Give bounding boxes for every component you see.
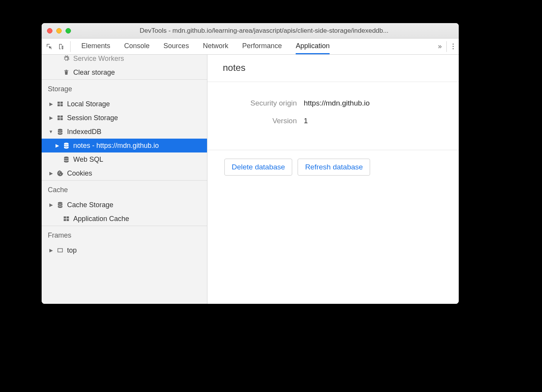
detail-label: Version — [219, 117, 304, 125]
sidebar-item-label: IndexedDB — [67, 128, 101, 136]
titlebar: DevTools - mdn.github.io/learning-area/j… — [42, 23, 459, 39]
chevron-right-icon: ▶ — [49, 101, 53, 107]
sidebar-item-service-workers[interactable]: ▶ Service Workers — [42, 55, 207, 65]
sidebar-group-cache: Cache — [42, 181, 207, 198]
detail-value: 1 — [304, 117, 308, 125]
sidebar-item-session-storage[interactable]: ▶ Session Storage — [42, 111, 207, 125]
sidebar-item-local-storage[interactable]: ▶ Local Storage — [42, 97, 207, 111]
frame-icon — [56, 246, 64, 254]
database-icon — [62, 142, 70, 149]
chevron-right-icon: ▶ — [55, 143, 59, 148]
sidebar-item-frame-top[interactable]: ▶ top — [42, 243, 207, 257]
detail-row-version: Version 1 — [219, 117, 447, 125]
grid-icon — [56, 114, 64, 122]
detail-label: Security origin — [219, 99, 304, 107]
chevron-right-icon: ▶ — [49, 115, 53, 121]
devtools-window: DevTools - mdn.github.io/learning-area/j… — [42, 23, 459, 304]
panel-body: ▶ Service Workers ▶ Clear storage Storag… — [42, 55, 459, 304]
inspect-icon[interactable] — [45, 43, 53, 50]
traffic-lights — [47, 28, 71, 34]
tab-performance[interactable]: Performance — [242, 39, 282, 54]
sidebar-item-label: top — [67, 246, 77, 255]
database-icon — [56, 128, 64, 136]
database-icon — [56, 201, 64, 209]
sidebar-item-label: notes - https://mdn.github.io — [73, 142, 159, 150]
sidebar-item-label: Application Cache — [73, 215, 129, 223]
sidebar-item-web-sql[interactable]: ▶ Web SQL — [42, 152, 207, 166]
toolbar-icons — [45, 41, 71, 52]
database-icon — [62, 156, 70, 163]
chevron-right-icon: ▶ — [49, 248, 53, 253]
grid-icon — [62, 215, 70, 223]
maximize-icon[interactable] — [66, 28, 71, 34]
chevron-down-icon: ▼ — [49, 129, 53, 134]
cookie-icon — [56, 169, 64, 177]
sidebar-item-label: Clear storage — [73, 69, 115, 77]
sidebar-item-indexeddb[interactable]: ▼ IndexedDB — [42, 125, 207, 139]
sidebar-item-label: Web SQL — [73, 156, 103, 164]
sidebar-group-storage: Storage — [42, 80, 207, 97]
chevron-right-icon: ▶ — [49, 171, 53, 176]
sidebar-item-label: Session Storage — [67, 114, 118, 122]
chevron-right-icon: ▶ — [49, 202, 53, 208]
sidebar-item-indexeddb-notes[interactable]: ▶ notes - https://mdn.github.io — [42, 139, 207, 152]
action-bar: Delete database Refresh database — [207, 150, 459, 184]
sidebar-item-label: Service Workers — [73, 55, 124, 63]
sidebar-group-frames: Frames — [42, 226, 207, 243]
detail-row-origin: Security origin https://mdn.github.io — [219, 99, 447, 107]
tabs-overflow-button[interactable]: » — [433, 42, 446, 50]
trash-icon — [62, 69, 70, 76]
refresh-database-button[interactable]: Refresh database — [298, 159, 370, 176]
tab-application[interactable]: Application — [296, 39, 330, 54]
detail-value: https://mdn.github.io — [304, 99, 370, 107]
page-title: notes — [207, 55, 459, 82]
window-title: DevTools - mdn.github.io/learning-area/j… — [75, 27, 453, 35]
sidebar-item-cache-storage[interactable]: ▶ Cache Storage — [42, 198, 207, 212]
sidebar-item-label: Cookies — [67, 169, 92, 178]
toolbar: Elements Console Sources Network Perform… — [42, 39, 459, 55]
delete-database-button[interactable]: Delete database — [224, 159, 292, 176]
menu-button[interactable] — [446, 41, 455, 52]
main-panel: notes Security origin https://mdn.github… — [207, 55, 459, 304]
sidebar-item-label: Cache Storage — [67, 201, 113, 209]
gear-icon — [62, 55, 70, 62]
tab-console[interactable]: Console — [124, 39, 150, 54]
grid-icon — [56, 100, 64, 108]
device-icon[interactable] — [57, 43, 65, 50]
sidebar-item-label: Local Storage — [67, 100, 110, 108]
detail-section: Security origin https://mdn.github.io Ve… — [207, 82, 459, 150]
minimize-icon[interactable] — [56, 28, 62, 34]
tab-network[interactable]: Network — [203, 39, 228, 54]
sidebar-item-clear-storage[interactable]: ▶ Clear storage — [42, 65, 207, 79]
tab-elements[interactable]: Elements — [81, 39, 110, 54]
sidebar-item-cookies[interactable]: ▶ Cookies — [42, 166, 207, 180]
tab-sources[interactable]: Sources — [163, 39, 189, 54]
sidebar-item-app-cache[interactable]: ▶ Application Cache — [42, 212, 207, 226]
tab-bar: Elements Console Sources Network Perform… — [74, 39, 433, 54]
sidebar: ▶ Service Workers ▶ Clear storage Storag… — [42, 55, 207, 304]
close-icon[interactable] — [47, 28, 52, 34]
